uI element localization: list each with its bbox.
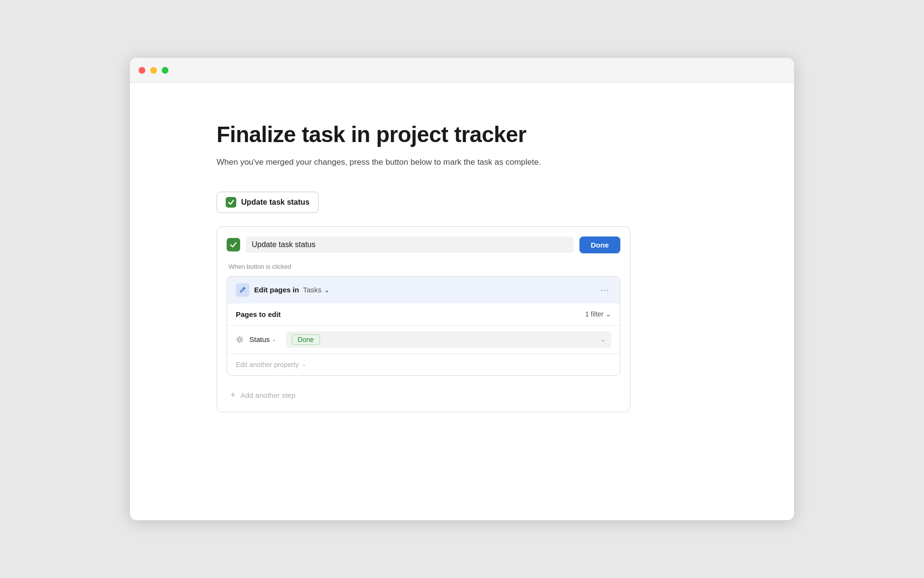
add-another-step-label: Add another step <box>241 391 295 399</box>
filter-count: 1 filter <box>585 310 603 318</box>
status-row: Status ⌄ Done ⌄ <box>227 326 620 354</box>
status-value-container[interactable]: Done ⌄ <box>286 331 611 348</box>
svg-line-6 <box>241 341 242 342</box>
checkmark-icon <box>228 199 234 206</box>
status-label-text: Status <box>249 335 270 343</box>
done-badge: Done <box>292 334 320 345</box>
svg-line-7 <box>241 337 242 338</box>
page-subtitle: When you've merged your changes, press t… <box>217 156 707 169</box>
status-value-chevron-icon: ⌄ <box>601 336 605 343</box>
card-header: Done <box>227 236 620 253</box>
edit-pages-icon <box>236 283 249 297</box>
minimize-button[interactable] <box>150 67 157 74</box>
done-button[interactable]: Done <box>579 236 621 253</box>
close-button[interactable] <box>139 67 145 74</box>
card-checkmark-icon <box>230 241 237 249</box>
step-card: Edit pages in Tasks ⌄ ⋯ Pages to edit 1 … <box>227 276 620 376</box>
edit-another-property-row[interactable]: Edit another property ⌄ <box>227 354 620 375</box>
svg-point-0 <box>238 338 241 341</box>
add-another-step-row[interactable]: + Add another step <box>227 383 620 402</box>
filter-chevron-icon: ⌄ <box>605 310 611 318</box>
page-title: Finalize task in project tracker <box>217 121 707 147</box>
add-icon: + <box>231 390 236 400</box>
edit-another-property-label: Edit another property <box>236 361 299 368</box>
step-header-left: Edit pages in Tasks ⌄ <box>236 283 329 297</box>
app-window: Finalize task in project tracker When yo… <box>130 58 794 520</box>
trigger-checkbox-icon <box>226 197 236 208</box>
more-options-button[interactable]: ⋯ <box>598 285 611 295</box>
edit-pages-label: Edit pages in <box>254 286 299 294</box>
step-title: Edit pages in Tasks ⌄ <box>254 286 329 294</box>
page-content: Finalize task in project tracker When yo… <box>130 83 794 451</box>
step-header: Edit pages in Tasks ⌄ ⋯ <box>227 276 620 303</box>
edit-property-chevron-icon: ⌄ <box>302 361 306 368</box>
svg-line-5 <box>237 337 238 338</box>
filter-label[interactable]: 1 filter ⌄ <box>585 310 611 318</box>
db-chevron-icon: ⌄ <box>324 287 329 294</box>
status-chevron-icon: ⌄ <box>272 336 276 342</box>
when-label: When button is clicked <box>227 263 620 270</box>
titlebar <box>130 58 794 83</box>
card-header-checkbox-icon <box>227 238 240 251</box>
maximize-button[interactable] <box>162 67 168 74</box>
pages-to-edit-label: Pages to edit <box>236 310 281 318</box>
trigger-button-label: Update task status <box>241 198 309 207</box>
update-task-status-trigger[interactable]: Update task status <box>217 192 319 213</box>
status-spinner-icon <box>236 336 244 343</box>
card-title-input[interactable] <box>246 236 574 253</box>
pages-to-edit-row: Pages to edit 1 filter ⌄ <box>227 303 620 326</box>
db-name-label: Tasks ⌄ <box>301 286 330 294</box>
main-card: Done When button is clicked <box>217 226 630 412</box>
svg-line-8 <box>237 341 238 342</box>
status-name[interactable]: Status ⌄ <box>249 335 276 343</box>
